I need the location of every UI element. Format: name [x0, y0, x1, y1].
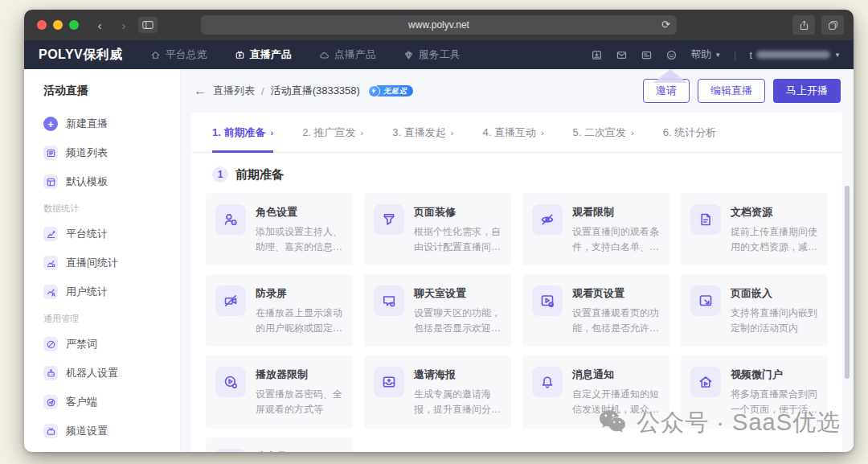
nav-item-platform-overview[interactable]: 平台总览: [150, 47, 207, 62]
browser-sidebar-icon[interactable]: [138, 17, 158, 33]
share-icon[interactable]: [792, 15, 815, 35]
card-chatroom-settings[interactable]: 聊天室设置设置聊天区的功能，包括是否显示欢迎语、是否支持...: [364, 274, 511, 347]
cloud-icon: [319, 50, 330, 60]
chart2-icon: [43, 256, 58, 270]
card-doc-resource[interactable]: 文档资源提前上传直播期间使用的文档资源，减少直播中的失...: [681, 193, 828, 265]
sidebar-group-label: 数据统计: [24, 196, 180, 220]
home-icon: [150, 50, 161, 60]
close-window-button[interactable]: [37, 20, 47, 30]
sidebar: 活动直播 +新建直播频道列表默认模板数据统计平台统计直播间统计用户统计通用管理严…: [24, 69, 181, 452]
tabs-overview-icon[interactable]: [821, 15, 844, 35]
breadcrumb-separator: /: [261, 85, 264, 97]
edit-live-button[interactable]: 编辑直播: [698, 79, 765, 103]
browser-back-button[interactable]: ‹: [90, 17, 109, 33]
section-title: 前期准备: [235, 167, 284, 183]
account-menu[interactable]: t ▼: [749, 49, 841, 61]
badge-label: 无延迟: [376, 85, 413, 96]
card-title: 邀请海报: [414, 368, 502, 382]
card-description: 设置直播间的观看条件，支持白名单、报名观看、验...: [572, 224, 660, 254]
sidebar-item-robot-settings[interactable]: 机器人设置: [24, 359, 180, 388]
card-title: 聊天室设置: [414, 286, 502, 301]
card-title: 消息通知: [572, 368, 660, 382]
card-page-decoration[interactable]: 页面装修根据个性化需求，自由设计配置直播间元素。支持自...: [364, 193, 511, 265]
sidebar-item-banned-words[interactable]: 严禁词: [24, 330, 180, 359]
start-live-button[interactable]: 马上开播: [773, 79, 841, 103]
section-number-badge: 1: [212, 166, 228, 183]
nav-item-service-tools[interactable]: 服务工具: [403, 47, 461, 62]
sidebar-item-footer-settings[interactable]: 页脚设置: [24, 446, 180, 452]
sidebar-item-client[interactable]: 客户端: [24, 388, 180, 417]
player-icon: [215, 367, 246, 397]
step-tabs: 1. 前期准备›2. 推广宣发›3. 直播发起›4. 直播互动›5. 二次宣发›…: [191, 113, 842, 153]
inbox-icon[interactable]: [591, 49, 603, 61]
chevron-right-icon: ›: [451, 128, 454, 138]
eyeoff-icon: [532, 204, 563, 235]
card-page-embed[interactable]: 页面嵌入支持将直播间内嵌到定制的活动页内: [681, 274, 828, 347]
card-watch-limit[interactable]: 观看限制设置直播间的观看条件，支持白名单、报名观看、验...: [522, 193, 669, 265]
sidebar-item-channel-list[interactable]: 频道列表: [24, 138, 180, 167]
back-arrow-icon[interactable]: ←: [194, 84, 207, 98]
sidebar-item-label: 频道设置: [66, 424, 108, 438]
mail-icon[interactable]: [616, 49, 628, 61]
tab-preparation[interactable]: 1. 前期准备›: [212, 125, 273, 153]
card-watchpage-settings[interactable]: 观看页设置设置直播观看页的功能，包括是否允许移动端观看等: [522, 274, 669, 347]
playpage-icon: [532, 285, 563, 316]
wechat-icon: [215, 449, 246, 452]
tab-statistics[interactable]: 6. 统计分析: [663, 125, 716, 152]
sidebar-item-new-live[interactable]: +新建直播: [24, 109, 180, 138]
chart3-icon: [43, 285, 58, 299]
sidebar-item-default-template[interactable]: 默认模板: [24, 167, 180, 196]
decorative-triangle: [653, 69, 687, 83]
help-menu[interactable]: 帮助 ▼: [690, 47, 721, 62]
service-icon[interactable]: [665, 49, 678, 61]
plus-icon: +: [43, 117, 58, 131]
tab-re-promotion[interactable]: 5. 二次宣发›: [573, 125, 634, 152]
username-redacted: [756, 51, 830, 59]
sidebar-item-platform-stats[interactable]: 平台统计: [24, 220, 180, 248]
minimize-window-button[interactable]: [53, 20, 63, 30]
username-text: t: [749, 49, 752, 61]
bell-icon: [532, 367, 563, 397]
card-title: 观看页设置: [572, 286, 660, 301]
zoom-window-button[interactable]: [69, 20, 79, 30]
divider: |: [734, 49, 736, 61]
chevron-right-icon: ›: [270, 128, 273, 138]
chatgear-icon: [374, 285, 404, 316]
card-invite-poster[interactable]: 邀请海报生成专属的邀请海报，提升直播间分享裂变的效果: [364, 355, 511, 428]
chevron-down-icon: ▼: [834, 51, 841, 59]
card-player-limit[interactable]: 播放器限制设置播放器密码、全屏观看的方式等: [206, 355, 353, 428]
tab-interaction[interactable]: 4. 直播互动›: [482, 125, 543, 152]
reload-icon[interactable]: ⟳: [661, 18, 670, 31]
card-title: 观看限制: [572, 205, 660, 220]
sidebar-title: 活动直播: [24, 80, 180, 109]
tab-promotion[interactable]: 2. 推广宣发›: [302, 125, 363, 152]
tool-icon: [403, 50, 414, 60]
polyv-logo[interactable]: POLYV保利威: [39, 47, 123, 64]
address-bar[interactable]: www.polyv.net ⟳: [201, 15, 677, 35]
browser-forward-button[interactable]: ›: [114, 17, 133, 33]
brush-icon: [374, 204, 404, 235]
nav-item-vod-products[interactable]: 点播产品: [319, 47, 376, 62]
tab-launch[interactable]: 3. 直播发起›: [392, 125, 453, 152]
card-description: 提前上传直播期间使用的文档资源，减少直播中的失...: [731, 224, 818, 254]
card-description: 生成专属的邀请海报，提升直播间分享裂变的效果: [414, 387, 502, 417]
card-wechat-official[interactable]: 公众号适用于直播间引流至公众号或客服，沉淀用户至私域...: [206, 437, 353, 452]
sidebar-item-channel-settings[interactable]: 频道设置: [24, 417, 180, 446]
billing-icon[interactable]: [641, 49, 653, 61]
url-text: www.polyv.net: [408, 19, 469, 31]
lightning-icon: [368, 85, 380, 97]
nav-item-live-products[interactable]: 直播产品: [235, 47, 292, 62]
browser-window: ‹ › www.polyv.net ⟳ POLYV保利威 平台总览直播产品点播产…: [24, 10, 854, 452]
sidebar-item-room-stats[interactable]: 直播间统计: [24, 248, 180, 277]
card-anti-record[interactable]: 防录屏在播放器上显示滚动的用户昵称或固定文字，达到防...: [206, 274, 353, 347]
card-role-settings[interactable]: 角色设置添加或设置主持人、助理、嘉宾的信息。以及新增助...: [206, 193, 353, 265]
card-description: 在播放器上显示滚动的用户昵称或固定文字，达到防...: [256, 306, 343, 335]
scrollbar-thumb[interactable]: [845, 186, 850, 379]
card-title: 页面装修: [414, 205, 502, 220]
card-title: 页面嵌入: [731, 286, 818, 301]
sidebar-item-user-stats[interactable]: 用户统计: [24, 277, 180, 306]
list-icon: [43, 146, 58, 160]
breadcrumb-parent[interactable]: 直播列表: [213, 84, 255, 98]
help-label: 帮助: [690, 47, 711, 62]
poster-icon: [374, 367, 404, 397]
